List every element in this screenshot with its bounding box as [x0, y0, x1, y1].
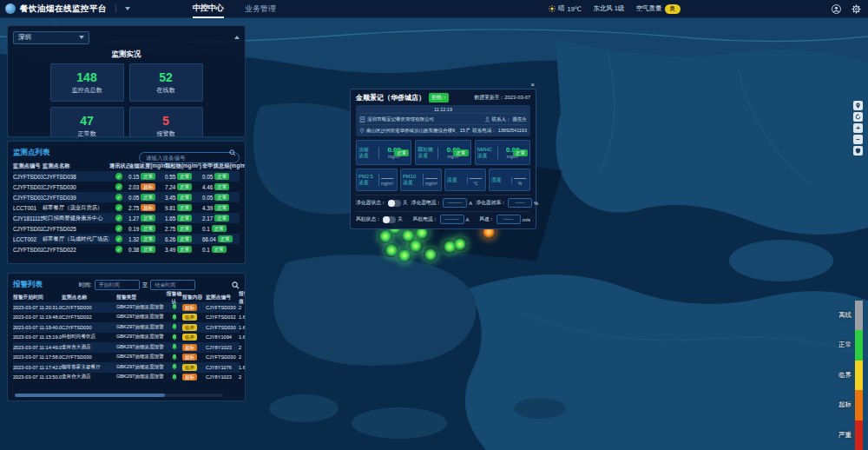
table-row[interactable]: LCCT001 标萃餐厅（茂业百货店） ✓ 2.75超标 9.81正常 4.39…	[13, 202, 240, 213]
alarm-content-badge: 临界	[182, 314, 197, 321]
horizontal-scrollbar[interactable]	[15, 394, 223, 397]
smoke-status-badge: 正常	[141, 194, 155, 201]
alarm-type: GBK297油烟浓度报警	[116, 364, 166, 371]
alarm-type: GBK297油烟浓度报警	[116, 354, 166, 361]
table-row[interactable]: 2023-03-07 11:15:19.0 科创时尚餐饮店 GBK297油烟浓度…	[13, 333, 240, 343]
point-name: 标萃餐厅（马成时代广场店）	[43, 235, 109, 243]
point-id: CJYFTSD038	[13, 174, 43, 180]
alarm-bell-icon[interactable]	[171, 303, 178, 310]
nmhc-status-badge: 正常	[214, 204, 229, 211]
start-time-input[interactable]	[95, 280, 140, 290]
metric-value: ——	[468, 175, 483, 181]
table-row[interactable]: CJY1811115 蛇口招商婴健身康乐中心 ✓ 1.27正常 1.65正常 2…	[13, 213, 240, 223]
comm-ok-icon: ✓	[115, 246, 122, 253]
map-point-marker[interactable]	[378, 229, 392, 243]
metric-value: ——	[424, 175, 439, 181]
gear-icon[interactable]	[852, 4, 861, 14]
map-point-marker[interactable]	[385, 243, 398, 257]
alarm-time: 2023-03-07 11:17:58.0	[13, 354, 62, 360]
stat-cards: 148 监控点总数 52 在线数 47 正常数 5 报警数 96 离线数 3 超…	[13, 63, 240, 137]
dust-value: 6.26	[165, 236, 175, 242]
locate-button[interactable]	[853, 101, 863, 110]
alarm-value: 1.6	[239, 325, 246, 330]
close-icon[interactable]: ×	[530, 81, 535, 89]
alarm-bell-icon[interactable]	[171, 314, 178, 321]
table-row[interactable]: 2023-03-07 11:17:42.0 咖啡客家主题餐厅 GBK297油烟浓…	[13, 362, 240, 373]
chevron-down-icon[interactable]	[125, 7, 130, 10]
alarm-bell-icon[interactable]	[171, 363, 178, 370]
alarm-value: 1.6	[239, 334, 246, 340]
gauge-card: 油烟浓度 0.00mg/m³ 正常	[356, 140, 411, 165]
alarm-bell-icon[interactable]	[171, 334, 178, 341]
smoke-value: 0.38	[128, 247, 139, 253]
city-select[interactable]: 深圳	[13, 31, 89, 44]
time-filter-label: 时间:	[79, 281, 92, 289]
point-name: CJYFTSD038	[43, 174, 109, 180]
dust-value: 0.55	[165, 174, 175, 180]
alarm-bell-icon[interactable]	[171, 343, 178, 350]
table-row[interactable]: CJYFTSD038 CJYFTSD038 ✓ 0.15正常 0.55正常 0.…	[13, 171, 240, 182]
legend-label: 严重	[838, 431, 852, 440]
gauge-card: 颗粒物浓度 0.00mg/m³ 正常	[415, 140, 470, 165]
legend-swatch	[855, 361, 863, 391]
alarm-bell-icon[interactable]	[171, 323, 178, 330]
nmhc-value: 2.17	[202, 215, 213, 222]
wind-speed-value: ——	[496, 215, 521, 224]
table-row[interactable]: 2023-03-07 11:19:40.0 CJYFTSD030 GBK297油…	[13, 322, 240, 333]
device-search-input[interactable]	[139, 152, 240, 163]
table-row[interactable]: 2023-03-07 11:13:50.0 金百合大酒店 GBK297油烟浓度报…	[13, 373, 240, 383]
alarm-point-name: 金百合大酒店	[62, 344, 116, 351]
alarm-bell-icon[interactable]	[171, 374, 178, 381]
legend-item: 严重	[838, 420, 863, 450]
layers-button[interactable]	[853, 146, 863, 156]
table-row[interactable]: LCCT002 标萃餐厅（马成时代广场店） ✓ 1.32正常 6.26正常 66…	[13, 234, 240, 244]
table-row[interactable]: 2023-03-07 11:14:49.0 金百合大酒店 GBK297油烟浓度报…	[13, 342, 240, 353]
table-row[interactable]: 2023-03-07 11:19:48.0 CJYFTSD032 GBK297油…	[13, 313, 240, 323]
smoke-value: 2.03	[128, 184, 139, 190]
metric-label-1: 湿度	[491, 177, 510, 183]
map-point-marker[interactable]	[401, 228, 415, 242]
contact-label: 联系人：	[492, 116, 511, 122]
fan-toggle[interactable]	[383, 216, 396, 223]
scrollbar-thumb[interactable]	[15, 394, 165, 397]
metric-card: PM2.5浓度 ——mg/m³	[356, 169, 398, 191]
zoom-out-button[interactable]: −	[853, 135, 863, 144]
map-point-marker[interactable]	[398, 248, 411, 262]
purifier-toggle[interactable]	[388, 200, 401, 207]
company-name: 深圳市顺景记餐饮管理有限公司	[367, 116, 434, 122]
end-time-input[interactable]	[150, 280, 195, 290]
stat-label: 监控点总数	[72, 86, 102, 95]
table-row[interactable]: 2023-03-07 11:17:58.0 CJYFTSD030 GBK297油…	[13, 353, 240, 363]
gauge-label-2: 浓度	[418, 153, 436, 159]
nmhc-value: 4.39	[202, 205, 213, 211]
collapse-panel-icon[interactable]	[234, 36, 240, 39]
stat-value: 47	[80, 114, 94, 128]
alarm-bell-icon[interactable]	[171, 354, 178, 361]
table-row[interactable]: 2023-03-07 11:20:31.0 CJYFTSD030 GBK297油…	[13, 302, 240, 313]
location-pin-icon	[855, 103, 861, 109]
map-point-marker[interactable]	[424, 248, 437, 261]
refresh-icon	[855, 114, 861, 120]
smoke-status-badge: 正常	[141, 215, 155, 222]
gauge-label-2: 浓度	[477, 153, 496, 159]
search-icon[interactable]	[229, 149, 236, 156]
alarm-time: 2023-03-07 11:20:31.0	[13, 305, 62, 310]
fan-state-label: 风机状态：	[356, 215, 381, 223]
table-row[interactable]: CJYFTSD025 CJYFTSD025 ✓ 0.19正常 2.75正常 0.…	[13, 223, 240, 234]
user-icon[interactable]	[832, 4, 841, 14]
table-row[interactable]: CJYFTSD030 CJYFTSD030 ✓ 2.03超标 7.24正常 4.…	[13, 182, 240, 192]
refresh-button[interactable]	[853, 112, 863, 122]
to-label: 至	[142, 281, 148, 289]
col-nmhc: 非甲烷总烃(mg/m³)	[202, 162, 246, 170]
search-icon[interactable]	[232, 281, 240, 289]
col-point-name: 监测点名称	[43, 162, 109, 170]
table-row[interactable]: CJYFTSD039 CJYFTSD039 ✓ 0.05正常 3.45正常 0.…	[13, 192, 240, 202]
updated-time: 11:12:19	[359, 106, 527, 114]
tab-business-mgmt[interactable]: 业务管理	[245, 0, 276, 17]
table-row[interactable]: CJYFTSD022 CJYFTSD022 ✓ 0.38正常 3.49正常 0.…	[13, 244, 240, 255]
person-icon	[484, 116, 490, 122]
map-point-marker[interactable]	[453, 237, 467, 251]
tab-control-center[interactable]: 中控中心	[193, 0, 224, 18]
zoom-in-button[interactable]: +	[853, 123, 863, 133]
legend-swatch	[855, 390, 863, 420]
